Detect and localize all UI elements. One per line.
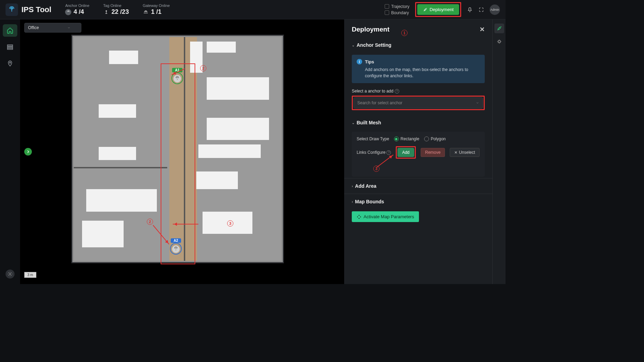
section-add-area[interactable]: › Add Area bbox=[352, 180, 485, 192]
svg-rect-5 bbox=[8, 48, 13, 49]
nav-settings[interactable] bbox=[6, 270, 15, 279]
tips-box: i Tips Add anchors on the map, then box-… bbox=[352, 55, 485, 83]
close-icon: ✕ bbox=[454, 150, 457, 155]
activate-map-button[interactable]: Activate Map Parameters bbox=[352, 211, 419, 222]
help-icon[interactable]: ? bbox=[395, 89, 399, 94]
stat-anchor: Anchor Online 4 /4 bbox=[65, 3, 89, 16]
deployment-button[interactable]: Deployment bbox=[417, 4, 459, 15]
area-select[interactable]: Office bbox=[24, 23, 81, 33]
nav-list[interactable] bbox=[3, 41, 17, 53]
alert-icon[interactable] bbox=[467, 7, 473, 13]
callout-2: 2 bbox=[200, 65, 206, 71]
right-tabs bbox=[492, 19, 506, 284]
checkbox-icon bbox=[385, 4, 389, 9]
svg-point-2 bbox=[106, 10, 107, 11]
svg-point-6 bbox=[9, 62, 10, 63]
svg-rect-4 bbox=[8, 46, 13, 47]
nav-map[interactable] bbox=[3, 58, 17, 70]
chevron-down-icon bbox=[476, 101, 479, 105]
map-scale: 3 m bbox=[24, 272, 36, 278]
svg-rect-3 bbox=[8, 45, 13, 46]
anchor-select[interactable]: Search for select anchor bbox=[354, 97, 483, 108]
callout-3-panel: 3 bbox=[373, 166, 379, 172]
map-canvas[interactable]: Office 3 m bbox=[20, 19, 344, 284]
deployment-callout-box: Deployment bbox=[415, 2, 461, 17]
app-header: IPS Tool Anchor Online 4 /4 Tag Online 2… bbox=[0, 0, 506, 19]
expand-handle[interactable] bbox=[24, 148, 32, 156]
select-anchor-label: Select a anchor to add ? bbox=[352, 89, 485, 94]
gateway-icon bbox=[143, 9, 149, 15]
radio-icon bbox=[424, 136, 429, 141]
help-icon[interactable]: ? bbox=[386, 150, 391, 155]
stat-tag-label: Tag Online bbox=[103, 3, 129, 8]
app-logo bbox=[6, 3, 18, 16]
close-icon[interactable]: ✕ bbox=[480, 26, 485, 33]
chevron-right-icon: › bbox=[352, 184, 353, 188]
stat-tag: Tag Online 22 /23 bbox=[103, 3, 129, 16]
checkbox-icon bbox=[385, 10, 389, 15]
user-avatar[interactable]: Admin bbox=[490, 5, 500, 15]
callout-2b: 2 bbox=[147, 219, 153, 225]
chevron-down-icon: ⌄ bbox=[352, 43, 355, 47]
selection-box bbox=[161, 63, 195, 264]
callout-1: 1 bbox=[401, 30, 408, 36]
radio-polygon[interactable]: Polygon bbox=[424, 136, 446, 141]
section-map-bounds[interactable]: › Map Bounds bbox=[352, 195, 485, 208]
svg-point-8 bbox=[498, 41, 500, 43]
chevron-right-icon: › bbox=[352, 200, 353, 204]
tools-icon bbox=[423, 7, 428, 12]
nav-home[interactable] bbox=[3, 24, 17, 37]
panel-title: Deployment bbox=[352, 26, 390, 33]
floorplan: A1 A2 bbox=[71, 35, 284, 263]
tab-deployment[interactable] bbox=[494, 24, 504, 33]
section-anchor-setting[interactable]: ⌄ Anchor Setting bbox=[352, 39, 485, 51]
radio-icon bbox=[394, 136, 399, 141]
activate-icon bbox=[357, 214, 361, 219]
fullscreen-icon[interactable] bbox=[478, 7, 484, 12]
left-nav bbox=[0, 19, 20, 284]
add-button[interactable]: Add bbox=[397, 148, 414, 157]
chevron-down-icon bbox=[67, 26, 71, 29]
tab-debug[interactable] bbox=[494, 37, 504, 46]
add-callout-box: Add bbox=[396, 146, 415, 159]
boundary-check[interactable]: Boundary bbox=[385, 10, 410, 15]
anchor-icon bbox=[65, 9, 71, 15]
trajectory-check[interactable]: Trajectory bbox=[385, 4, 410, 9]
stat-anchor-label: Anchor Online bbox=[65, 3, 89, 8]
remove-button[interactable]: Remove bbox=[421, 148, 445, 157]
links-configure-label: Links Configure ? bbox=[357, 150, 391, 155]
callout-3: 3 bbox=[227, 220, 233, 227]
chevron-down-icon: ⌄ bbox=[352, 121, 355, 125]
stat-gateway: Gateway Online 1 /1 bbox=[143, 3, 170, 16]
info-icon: i bbox=[357, 59, 362, 64]
deployment-panel: Deployment ✕ 1 ⌄ Anchor Setting i Tips A… bbox=[344, 19, 506, 284]
anchor-select-callout: Search for select anchor bbox=[352, 96, 485, 110]
svg-point-0 bbox=[11, 8, 12, 9]
section-built-mesh[interactable]: ⌄ Built Mesh bbox=[352, 116, 485, 129]
stat-gateway-label: Gateway Online bbox=[143, 3, 170, 8]
chevron-right-icon bbox=[26, 150, 30, 154]
draw-type-label: Select Draw Type bbox=[357, 136, 389, 141]
tag-icon bbox=[103, 9, 109, 15]
radio-rectangle[interactable]: Rectangle bbox=[394, 136, 419, 141]
app-title: IPS Tool bbox=[21, 5, 51, 14]
svg-point-7 bbox=[9, 273, 11, 275]
svg-point-1 bbox=[68, 11, 69, 12]
unselect-button[interactable]: ✕ Unselect bbox=[450, 148, 480, 157]
